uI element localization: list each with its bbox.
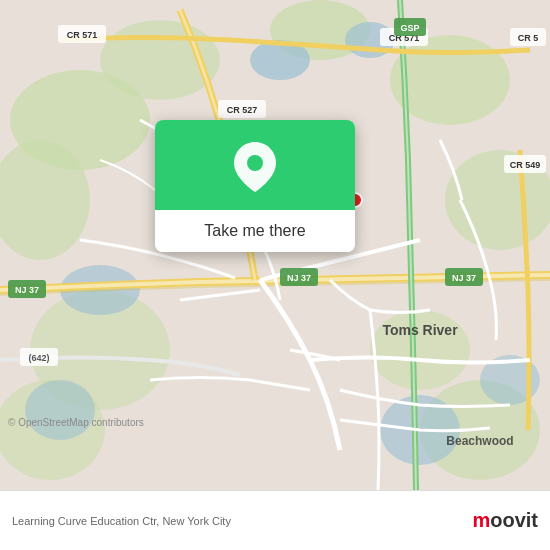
location-label: Learning Curve Education Ctr, New York C…: [12, 515, 462, 527]
moovit-rest-text: oovit: [490, 509, 538, 531]
svg-text:CR 527: CR 527: [227, 105, 258, 115]
svg-text:NJ 37: NJ 37: [287, 273, 311, 283]
svg-text:NJ 37: NJ 37: [15, 285, 39, 295]
take-me-there-button[interactable]: Take me there: [155, 210, 355, 252]
svg-text:(642): (642): [28, 353, 49, 363]
svg-point-40: [247, 155, 263, 171]
svg-text:Toms River: Toms River: [382, 322, 458, 338]
popup-icon-area: [155, 120, 355, 210]
bottom-bar: Learning Curve Education Ctr, New York C…: [0, 490, 550, 550]
svg-text:CR 5: CR 5: [518, 33, 539, 43]
moovit-text: moovit: [472, 509, 538, 532]
map-container: CR 571 CR 571 GSP CR 5 CR 527 NJ 37 NJ 3…: [0, 0, 550, 490]
moovit-m-letter: m: [472, 509, 490, 531]
moovit-logo: moovit: [472, 509, 538, 532]
osm-attribution: © OpenStreetMap contributors: [8, 417, 144, 428]
svg-text:NJ 37: NJ 37: [452, 273, 476, 283]
svg-point-14: [25, 380, 95, 440]
location-pin-icon: [234, 142, 276, 192]
svg-text:GSP: GSP: [400, 23, 419, 33]
svg-text:Beachwood: Beachwood: [446, 434, 513, 448]
svg-text:CR 549: CR 549: [510, 160, 541, 170]
svg-text:CR 571: CR 571: [67, 30, 98, 40]
popup-card: Take me there: [155, 120, 355, 252]
